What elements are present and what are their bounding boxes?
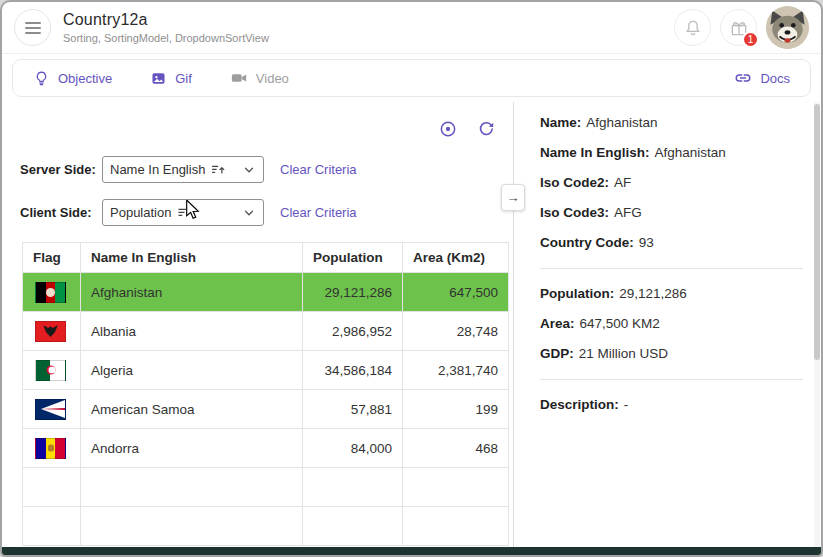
server-side-filter-row: Server Side: Name In English	[20, 156, 513, 183]
server-side-sort-dropdown[interactable]: Name In English	[102, 156, 264, 183]
refresh-button[interactable]	[475, 118, 497, 140]
table-row[interactable]: Albania 2,986,952 28,748	[23, 312, 509, 351]
detail-field: Name:Afghanistan	[540, 116, 803, 130]
header-titles: Country12a Sorting, SortingModel, Dropdo…	[63, 11, 269, 44]
cell-area: 199	[403, 390, 509, 429]
detail-value: Afghanistan	[586, 115, 657, 130]
user-avatar[interactable]	[766, 6, 809, 49]
link-icon	[734, 69, 752, 87]
cell-population: 29,121,286	[303, 273, 403, 312]
objective-label: Objective	[58, 71, 112, 86]
whats-new-button[interactable]: 1	[720, 9, 757, 46]
header-actions: 1	[674, 6, 809, 49]
column-header-population[interactable]: Population	[303, 243, 403, 273]
country-detail-panel: → Name:Afghanistan Name In English:Afgha…	[514, 102, 821, 547]
video-label: Video	[256, 71, 289, 86]
client-side-filter-row: Client Side: Population	[20, 199, 513, 226]
detail-label: Iso Code3:	[540, 205, 609, 220]
detail-divider	[540, 268, 803, 269]
table-header-row: Flag Name In English Population Area (Km…	[23, 243, 509, 273]
page-title: Country12a	[63, 11, 269, 29]
demo-toolbar: Objective Gif Video	[12, 59, 811, 97]
cell-population: 34,586,184	[303, 351, 403, 390]
detail-value: 21 Million USD	[579, 346, 668, 361]
bell-icon	[683, 18, 703, 38]
page-subtitle: Sorting, SortingModel, DropdownSortView	[63, 32, 269, 44]
detail-label: Name:	[540, 115, 581, 130]
sort-lines-icon	[177, 205, 192, 220]
video-button[interactable]: Video	[230, 69, 289, 87]
detail-field: GDP:21 Million USD	[540, 347, 803, 361]
country-table: Flag Name In English Population Area (Km…	[22, 242, 509, 546]
main-content: Server Side: Name In English	[2, 102, 821, 547]
cell-area: 647,500	[403, 273, 509, 312]
detail-scrollbar	[814, 102, 820, 547]
client-clear-criteria-link[interactable]: Clear Criteria	[280, 205, 357, 220]
client-side-label: Client Side:	[20, 205, 102, 220]
cell-name: American Samoa	[81, 390, 303, 429]
table-row[interactable]: Algeria 34,586,184 2,381,740	[23, 351, 509, 390]
detail-value: 647,500 KM2	[580, 316, 660, 331]
detail-label: Area:	[540, 316, 575, 331]
chevron-down-icon	[242, 206, 256, 220]
notifications-button[interactable]	[674, 9, 711, 46]
chevron-down-icon	[242, 163, 256, 177]
client-side-sort-dropdown[interactable]: Population	[102, 199, 264, 226]
flag-afghanistan-icon	[35, 282, 66, 303]
detail-label: Iso Code2:	[540, 175, 609, 190]
cell-name: Afghanistan	[81, 273, 303, 312]
column-header-flag[interactable]: Flag	[23, 243, 81, 273]
detail-value: 93	[639, 235, 654, 250]
detail-field: Area:647,500 KM2	[540, 317, 803, 331]
flag-andorra-icon	[35, 438, 66, 459]
objective-button[interactable]: Objective	[33, 70, 112, 87]
detail-label: Population:	[540, 286, 614, 301]
menu-button[interactable]	[14, 9, 51, 46]
flag-american-samoa-icon	[35, 399, 66, 420]
detail-value: AFG	[614, 205, 642, 220]
scroll-to-selection-button[interactable]	[437, 118, 459, 140]
detail-field: Description:-	[540, 398, 803, 412]
detail-label: GDP:	[540, 346, 574, 361]
table-empty-row	[23, 468, 509, 507]
table-row[interactable]: American Samoa 57,881 199	[23, 390, 509, 429]
gif-label: Gif	[175, 71, 192, 86]
detail-label: Country Code:	[540, 235, 634, 250]
table-row[interactable]: Afghanistan 29,121,286 647,500	[23, 273, 509, 312]
table-row[interactable]: Andorra 84,000 468	[23, 429, 509, 468]
detail-label: Description:	[540, 397, 619, 412]
notification-badge: 1	[742, 31, 759, 48]
cell-population: 2,986,952	[303, 312, 403, 351]
detail-value: -	[624, 397, 629, 412]
lightbulb-icon	[33, 70, 50, 87]
table-action-bar	[2, 102, 513, 140]
gif-button[interactable]: Gif	[150, 70, 192, 87]
cell-name: Andorra	[81, 429, 303, 468]
detail-field: Name In English:Afghanistan	[540, 146, 803, 160]
detail-field: Population:29,121,286	[540, 287, 803, 301]
hamburger-icon	[25, 32, 41, 34]
cell-area: 2,381,740	[403, 351, 509, 390]
column-header-area[interactable]: Area (Km2)	[403, 243, 509, 273]
detail-field: Iso Code2:AF	[540, 176, 803, 190]
video-camera-icon	[230, 69, 248, 87]
cell-area: 28,748	[403, 312, 509, 351]
flag-algeria-icon	[35, 360, 66, 381]
collapse-detail-button[interactable]: →	[501, 184, 525, 211]
cell-area: 468	[403, 429, 509, 468]
docs-label: Docs	[760, 71, 790, 86]
scrollbar-thumb[interactable]	[814, 104, 820, 360]
detail-divider	[540, 379, 803, 380]
country-list-panel: Server Side: Name In English	[2, 102, 514, 547]
client-side-sort-value: Population	[110, 205, 171, 220]
flag-albania-icon	[35, 321, 66, 342]
table-empty-row	[23, 507, 509, 546]
column-header-name[interactable]: Name In English	[81, 243, 303, 273]
detail-value: Afghanistan	[655, 145, 726, 160]
bottom-status-bar	[2, 547, 821, 555]
detail-value: 29,121,286	[619, 286, 687, 301]
detail-value: AF	[614, 175, 631, 190]
server-clear-criteria-link[interactable]: Clear Criteria	[280, 162, 357, 177]
sort-ascending-icon	[211, 162, 226, 177]
docs-button[interactable]: Docs	[734, 69, 790, 87]
